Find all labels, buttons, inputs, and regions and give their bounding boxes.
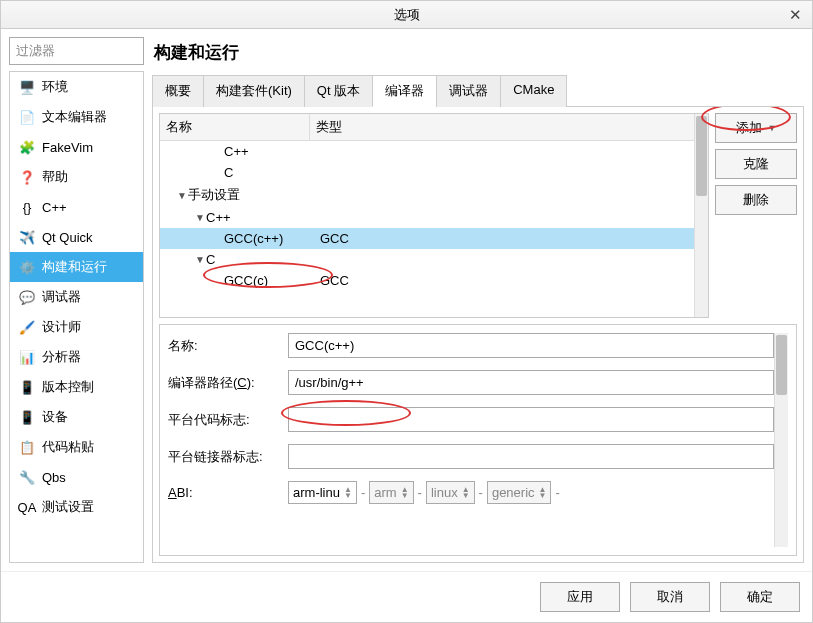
abi-select-2[interactable]: linux▲▼: [426, 481, 475, 504]
tree-row[interactable]: ▼C: [160, 249, 694, 270]
tab[interactable]: Qt 版本: [304, 75, 373, 107]
platform-linker-label: 平台链接器标志:: [168, 448, 278, 466]
tree-row[interactable]: GCC(c)GCC: [160, 270, 694, 291]
add-button[interactable]: 添加 ▼: [715, 113, 797, 143]
clone-button[interactable]: 克隆: [715, 149, 797, 179]
category-icon: 📊: [18, 348, 36, 366]
category-icon: {}: [18, 198, 36, 216]
window-title: 选项: [394, 6, 420, 24]
sidebar-item[interactable]: 📱设备: [10, 402, 143, 432]
sidebar-item[interactable]: 📊分析器: [10, 342, 143, 372]
category-icon: ❓: [18, 168, 36, 186]
platform-linker-input[interactable]: [288, 444, 774, 469]
remove-button[interactable]: 删除: [715, 185, 797, 215]
tree-row[interactable]: C++: [160, 141, 694, 162]
category-icon: 🔧: [18, 468, 36, 486]
category-label: C++: [42, 200, 67, 215]
category-icon: 🧩: [18, 138, 36, 156]
category-icon: 🖌️: [18, 318, 36, 336]
category-label: Qt Quick: [42, 230, 93, 245]
category-icon: ✈️: [18, 228, 36, 246]
sidebar-item[interactable]: 🖌️设计师: [10, 312, 143, 342]
scrollbar[interactable]: [774, 333, 788, 547]
abi-label: ABI:: [168, 485, 278, 500]
category-label: 文本编辑器: [42, 108, 107, 126]
sidebar-item[interactable]: ⚙️构建和运行: [10, 252, 143, 282]
compiler-path-label: 编译器路径(C):: [168, 374, 278, 392]
sidebar-item[interactable]: 📄文本编辑器: [10, 102, 143, 132]
sidebar-item[interactable]: 📱版本控制: [10, 372, 143, 402]
category-icon: 📄: [18, 108, 36, 126]
category-label: FakeVim: [42, 140, 93, 155]
tree-row[interactable]: ▼手动设置: [160, 183, 694, 207]
cancel-button[interactable]: 取消: [630, 582, 710, 612]
tabs: 概要构建套件(Kit)Qt 版本编译器调试器CMake: [152, 74, 804, 107]
sidebar-item[interactable]: ✈️Qt Quick: [10, 222, 143, 252]
tab[interactable]: 构建套件(Kit): [203, 75, 305, 107]
sidebar-item[interactable]: 🔧Qbs: [10, 462, 143, 492]
category-icon: 📱: [18, 408, 36, 426]
abi-select-3[interactable]: generic▲▼: [487, 481, 552, 504]
abi-row: arm-linu▲▼ - arm▲▼ - linux▲▼ - generic▲▼…: [288, 481, 560, 504]
name-input[interactable]: [288, 333, 774, 358]
category-label: 版本控制: [42, 378, 94, 396]
tree-header-type: 类型: [310, 114, 694, 140]
category-label: 调试器: [42, 288, 81, 306]
apply-button[interactable]: 应用: [540, 582, 620, 612]
category-icon: 🖥️: [18, 78, 36, 96]
tree-row[interactable]: ▼C++: [160, 207, 694, 228]
category-label: 设备: [42, 408, 68, 426]
tree-row[interactable]: GCC(c++)GCC: [160, 228, 694, 249]
page-title: 构建和运行: [152, 37, 804, 74]
compiler-path-input[interactable]: [288, 370, 774, 395]
tree-row[interactable]: C: [160, 162, 694, 183]
name-label: 名称:: [168, 337, 278, 355]
sidebar-item[interactable]: 📋代码粘贴: [10, 432, 143, 462]
category-label: Qbs: [42, 470, 66, 485]
category-label: 构建和运行: [42, 258, 107, 276]
titlebar: 选项 ✕: [1, 1, 812, 29]
platform-code-input[interactable]: [288, 407, 774, 432]
category-label: 分析器: [42, 348, 81, 366]
tab[interactable]: 编译器: [372, 75, 437, 107]
category-label: 环境: [42, 78, 68, 96]
ok-button[interactable]: 确定: [720, 582, 800, 612]
tree-header-name: 名称: [160, 114, 310, 140]
platform-code-label: 平台代码标志:: [168, 411, 278, 429]
category-label: 测试设置: [42, 498, 94, 516]
category-icon: QA: [18, 498, 36, 516]
category-icon: 📋: [18, 438, 36, 456]
sidebar-item[interactable]: 🖥️环境: [10, 72, 143, 102]
category-icon: 📱: [18, 378, 36, 396]
tab[interactable]: 概要: [152, 75, 204, 107]
category-list: 🖥️环境📄文本编辑器🧩FakeVim❓帮助{}C++✈️Qt Quick⚙️构建…: [9, 71, 144, 563]
scrollbar[interactable]: [694, 114, 708, 317]
category-label: 设计师: [42, 318, 81, 336]
tab[interactable]: CMake: [500, 75, 567, 107]
sidebar-item[interactable]: QA测试设置: [10, 492, 143, 522]
compiler-tree[interactable]: 名称 类型 C++C▼手动设置▼C++GCC(c++)GCC▼CGCC(c)GC…: [159, 113, 709, 318]
sidebar-item[interactable]: ❓帮助: [10, 162, 143, 192]
abi-select-1[interactable]: arm▲▼: [369, 481, 413, 504]
category-label: 代码粘贴: [42, 438, 94, 456]
filter-input[interactable]: 过滤器: [9, 37, 144, 65]
close-icon[interactable]: ✕: [789, 6, 802, 24]
chevron-down-icon: ▼: [768, 123, 777, 133]
category-icon: 💬: [18, 288, 36, 306]
sidebar-item[interactable]: 💬调试器: [10, 282, 143, 312]
category-icon: ⚙️: [18, 258, 36, 276]
sidebar-item[interactable]: {}C++: [10, 192, 143, 222]
abi-select-0[interactable]: arm-linu▲▼: [288, 481, 357, 504]
category-label: 帮助: [42, 168, 68, 186]
sidebar-item[interactable]: 🧩FakeVim: [10, 132, 143, 162]
tab[interactable]: 调试器: [436, 75, 501, 107]
